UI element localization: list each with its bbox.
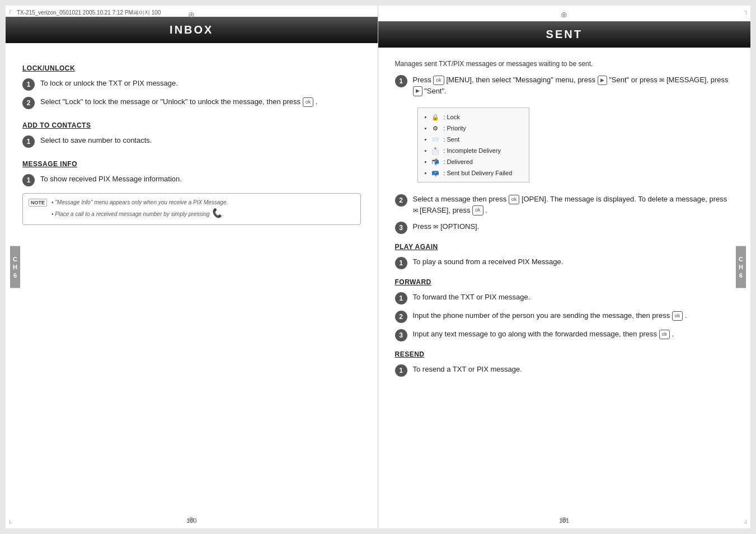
lock-step-2-text: Select "Lock" to lock the message or "Un… bbox=[40, 96, 361, 107]
inbox-title: INBOX bbox=[6, 17, 378, 43]
icon-legend: • 🔒 : Lock • ⚙ : Priority • 📨 : Se bbox=[417, 102, 734, 188]
ok-button-icon-2: ok bbox=[472, 205, 483, 216]
forward-step-number-3: 3 bbox=[395, 329, 407, 341]
sent-step-3: 3 Press ✉ [OPTIONS]. bbox=[395, 221, 734, 234]
crosshair-top-right: ⊕ bbox=[561, 10, 567, 19]
forward-step-1-text: To forward the TXT or PIX message. bbox=[413, 292, 734, 303]
inbox-content: LOCK/UNLOCK 1 To lock or unlock the TXT … bbox=[6, 54, 378, 513]
delivered-icon: 📬 bbox=[431, 157, 440, 166]
legend-priority-label: : Priority bbox=[443, 125, 466, 132]
legend-incomplete-label: : Incomplete Delivery bbox=[443, 147, 501, 154]
sent-step-1-text: Press ok [MENU], then select "Messaging"… bbox=[413, 74, 734, 96]
page-spread: ⊕ ┌ └ ⊕ TX-215_verizon_0501021 2005.10.2… bbox=[0, 0, 756, 534]
ok-button-icon-3: ok bbox=[672, 311, 683, 321]
legend-delivered-label: : Delivered bbox=[443, 158, 473, 165]
right-page: ⊕ ┐ ┘ ⊕ SENT Manages sent TXT/PIX messag… bbox=[378, 6, 751, 528]
message-info-header: MESSAGE INFO bbox=[22, 160, 361, 168]
sent-step-2-text: Select a message then press ok [OPEN]. T… bbox=[413, 194, 734, 216]
forward-step-1: 1 To forward the TXT or PIX message. bbox=[395, 292, 734, 305]
legend-incomplete: • 📩 : Incomplete Delivery bbox=[425, 145, 522, 156]
sent-content: Manages sent TXT/PIX messages or message… bbox=[378, 59, 751, 513]
step-number-2: 2 bbox=[22, 97, 35, 109]
contacts-step-1: 1 Select to save number to contacts. bbox=[22, 135, 361, 148]
resend-header: RESEND bbox=[395, 350, 734, 358]
legend-sent-label: : Sent bbox=[443, 136, 459, 143]
lock-step-1-text: To lock or unlock the TXT or PIX message… bbox=[40, 78, 361, 89]
forward-step-2-text: Input the phone number of the person you… bbox=[413, 310, 734, 321]
sent-nav-icon: ▶ bbox=[598, 76, 607, 86]
sent-icon: 📨 bbox=[431, 135, 440, 144]
forward-header: FORWARD bbox=[395, 278, 734, 286]
ch6-tab-right: C H 6 bbox=[736, 246, 746, 288]
legend-priority: • ⚙ : Priority bbox=[425, 123, 522, 134]
play-again-step-text: To play a sound from a received PIX Mess… bbox=[413, 256, 734, 268]
ok-button-icon-1: ok bbox=[303, 97, 314, 107]
failed-icon: 📪 bbox=[431, 168, 440, 177]
message-info-step-1-text: To show received PIX Message information… bbox=[40, 174, 361, 185]
legend-sent: • 📨 : Sent bbox=[425, 134, 522, 145]
incomplete-icon: 📩 bbox=[431, 146, 440, 155]
forward-step-3-text: Input any text message to go along with … bbox=[413, 329, 734, 340]
resend-step-1: 1 To resend a TXT or PIX message. bbox=[395, 364, 734, 377]
left-page: ⊕ ┌ └ ⊕ TX-215_verizon_0501021 2005.10.2… bbox=[6, 6, 378, 528]
play-again-step-number: 1 bbox=[395, 257, 407, 269]
note-label: NOTE bbox=[29, 199, 47, 207]
icon-legend-box: • 🔒 : Lock • ⚙ : Priority • 📨 : Se bbox=[417, 107, 529, 182]
legend-lock-label: : Lock bbox=[443, 114, 459, 120]
crosshair-top-left: ⊕ bbox=[188, 10, 195, 19]
priority-icon: ⚙ bbox=[431, 124, 440, 133]
ok-button-icon-4: ok bbox=[659, 330, 670, 340]
book-spread: ⊕ ┌ └ ⊕ TX-215_verizon_0501021 2005.10.2… bbox=[6, 6, 750, 528]
crosshair-bottom-right: ⊕ bbox=[561, 515, 567, 524]
crop-mark-bl: └ bbox=[8, 520, 12, 526]
sent-step-2: 2 Select a message then press ok [OPEN].… bbox=[395, 194, 734, 216]
note-content: • "Message Info" menu appears only when … bbox=[51, 198, 228, 220]
note-box: NOTE • "Message Info" menu appears only … bbox=[22, 193, 361, 225]
crosshair-bottom-left: ⊕ bbox=[188, 515, 195, 524]
menu-button-icon: ok bbox=[433, 76, 444, 86]
step-number-c1: 1 bbox=[22, 135, 35, 148]
step-number-1: 1 bbox=[22, 78, 35, 91]
open-button-icon: ok bbox=[509, 195, 520, 205]
erase-icon: ✉ bbox=[413, 207, 418, 214]
legend-delivered: • 📬 : Delivered bbox=[425, 156, 522, 167]
options-icon: ✉ bbox=[433, 223, 438, 230]
message-info-step-1: 1 To show received PIX Message informati… bbox=[22, 174, 361, 186]
forward-step-number-1: 1 bbox=[395, 292, 407, 305]
crop-mark-tr: ┐ bbox=[744, 8, 748, 14]
lock-unlock-header: LOCK/UNLOCK bbox=[22, 64, 361, 72]
resend-step-1-text: To resend a TXT or PIX message. bbox=[413, 364, 734, 375]
step-number-m1: 1 bbox=[22, 174, 35, 186]
sent-step-number-2: 2 bbox=[395, 194, 407, 207]
ch6-tab-left: C H 6 bbox=[10, 246, 20, 288]
lock-icon: 🔒 bbox=[431, 113, 440, 121]
crop-mark-br: ┘ bbox=[744, 520, 748, 526]
resend-step-number-1: 1 bbox=[395, 364, 407, 377]
sent-step-number-3: 3 bbox=[395, 222, 407, 234]
forward-step-2: 2 Input the phone number of the person y… bbox=[395, 310, 734, 323]
lock-step-1: 1 To lock or unlock the TXT or PIX messa… bbox=[22, 78, 361, 91]
sent-nav-icon-2: ▶ bbox=[413, 86, 422, 96]
crop-mark-tl: ┌ bbox=[8, 8, 12, 13]
legend-failed-label: : Sent but Delivery Failed bbox=[443, 170, 512, 176]
forward-step-3: 3 Input any text message to go along wit… bbox=[395, 329, 734, 341]
lock-step-2: 2 Select "Lock" to lock the message or "… bbox=[22, 96, 361, 109]
play-again-step-1: 1 To play a sound from a received PIX Me… bbox=[395, 256, 734, 269]
message-icon: ✉ bbox=[659, 77, 664, 83]
sent-step-number-1: 1 bbox=[395, 75, 407, 87]
sent-step-3-text: Press ✉ [OPTIONS]. bbox=[413, 221, 734, 232]
forward-step-number-2: 2 bbox=[395, 311, 407, 323]
legend-failed: • 📪 : Sent but Delivery Failed bbox=[425, 167, 522, 179]
add-contacts-header: ADD TO CONTACTS bbox=[22, 121, 361, 129]
sent-title: SENT bbox=[378, 21, 751, 48]
play-again-header: PLAY AGAIN bbox=[395, 243, 734, 251]
legend-lock: • 🔒 : Lock bbox=[425, 111, 522, 123]
sent-step-1: 1 Press ok [MENU], then select "Messagin… bbox=[395, 74, 734, 96]
sent-description: Manages sent TXT/PIX messages or message… bbox=[395, 59, 734, 69]
contacts-step-1-text: Select to save number to contacts. bbox=[40, 135, 361, 146]
